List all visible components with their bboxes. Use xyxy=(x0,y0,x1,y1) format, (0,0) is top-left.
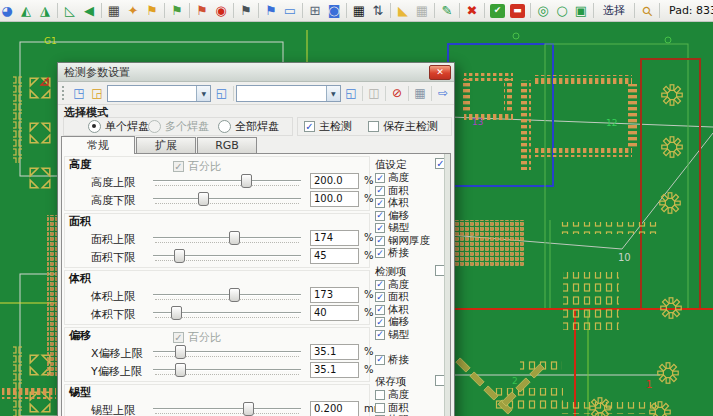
disable-icon[interactable]: ⊘ xyxy=(389,85,405,102)
chart-edit-icon[interactable]: ✎ xyxy=(438,2,456,20)
checkbox-钢网厚度[interactable]: ✓钢网厚度 xyxy=(375,235,446,248)
color-board-icon[interactable]: ▦ xyxy=(105,2,123,20)
pin-blue-icon[interactable]: ⚑ xyxy=(262,2,280,20)
radio-全部焊盘[interactable]: 全部焊盘 xyxy=(218,119,279,134)
region-select-icon[interactable]: ▭ xyxy=(281,2,299,20)
checkbox-高度[interactable]: ✓高度 xyxy=(375,279,446,292)
cone-tool-icon[interactable]: ◀ xyxy=(80,2,98,20)
checkbox[interactable]: ✓ xyxy=(375,223,385,233)
param-slider[interactable] xyxy=(153,400,301,416)
confirm-icon[interactable]: ✔ xyxy=(490,4,505,18)
checkbox[interactable]: ✓ xyxy=(375,292,385,302)
slider-thumb[interactable] xyxy=(174,249,185,263)
slider-thumb[interactable] xyxy=(241,174,252,188)
checkbox-桥接[interactable]: ✓桥接 xyxy=(375,354,446,367)
square-circle-icon[interactable]: ▣ xyxy=(572,2,590,20)
param-slider[interactable] xyxy=(153,247,301,265)
target-circle-icon[interactable]: ◎ xyxy=(534,2,552,20)
param-slider[interactable] xyxy=(153,343,301,361)
remove-icon[interactable]: ▬ xyxy=(510,4,525,18)
pin-green-icon[interactable]: ⚑ xyxy=(168,2,186,20)
circle-tool-icon[interactable]: ○ xyxy=(553,2,571,20)
param-slider[interactable] xyxy=(153,286,301,304)
rotate-view-icon[interactable]: ◕ xyxy=(0,2,16,20)
dialog-titlebar[interactable]: 检测参数设置 ✕ xyxy=(58,63,454,82)
checkbox-面积[interactable]: ✓面积 xyxy=(375,291,446,304)
grid-icon[interactable]: ▦ xyxy=(413,2,431,20)
pin-red-icon[interactable]: ⚑ xyxy=(193,2,211,20)
select-mode-label[interactable]: 选择 xyxy=(597,3,631,18)
flip-vertical-icon[interactable]: ◮ xyxy=(36,2,54,20)
checkbox[interactable]: ✓ xyxy=(375,236,385,246)
tile-view-icon[interactable]: ▦ xyxy=(350,2,368,20)
apply-right-icon[interactable]: ◱ xyxy=(343,85,359,102)
checkbox-面积[interactable]: ✓面积 xyxy=(375,185,446,198)
checkbox[interactable]: ✓ xyxy=(375,280,385,290)
value-input[interactable]: 100.0 xyxy=(310,191,359,207)
slider-thumb[interactable] xyxy=(175,363,186,377)
checkbox-体积[interactable]: ✓体积 xyxy=(375,197,446,210)
delete-icon[interactable]: ✖ xyxy=(463,2,481,20)
checkbox-面积[interactable]: 面积 xyxy=(375,402,446,415)
exit-icon[interactable]: ⇨ xyxy=(435,85,451,102)
checkbox[interactable] xyxy=(375,390,385,400)
tab-扩展[interactable]: 扩展 xyxy=(136,137,196,153)
checkbox-体积[interactable]: ✓体积 xyxy=(375,304,446,317)
checkbox[interactable]: ✓ xyxy=(375,198,385,208)
checkbox-保存主检测[interactable]: 保存主检测 xyxy=(368,119,438,134)
camera-icon[interactable]: ◙ xyxy=(325,2,343,20)
magnifier-icon[interactable]: ⚲ xyxy=(634,0,659,23)
checkbox[interactable]: ✓ xyxy=(375,173,385,183)
checkbox[interactable] xyxy=(368,121,379,132)
checkbox[interactable]: ✓ xyxy=(375,211,385,221)
param-slider[interactable] xyxy=(153,361,301,379)
checkbox[interactable]: ✓ xyxy=(375,305,385,315)
checkbox-桥接[interactable]: ✓桥接 xyxy=(375,247,446,260)
slider-thumb[interactable] xyxy=(198,192,209,206)
tab-常规[interactable]: 常规 xyxy=(61,136,135,154)
value-input[interactable]: 35.1 xyxy=(310,362,359,378)
chevron-down-icon[interactable]: ▼ xyxy=(326,86,340,101)
tab-RGB[interactable]: RGB xyxy=(197,137,257,153)
pin-yellow-icon[interactable]: ⚑ xyxy=(143,2,161,20)
checkbox-高度[interactable]: ✓高度 xyxy=(375,172,446,185)
checkbox-锡型[interactable]: ✓锡型 xyxy=(375,329,446,342)
angle-tool-icon[interactable]: ◺ xyxy=(61,2,79,20)
param-slider[interactable] xyxy=(153,229,301,247)
param-slider[interactable] xyxy=(153,190,301,208)
close-icon[interactable]: ✕ xyxy=(429,65,451,80)
checkbox[interactable]: ✓ xyxy=(375,330,385,340)
radio-button[interactable] xyxy=(218,120,231,133)
radio-button[interactable] xyxy=(88,120,101,133)
panel-scrollbar[interactable] xyxy=(444,154,450,416)
array-view-icon[interactable]: ⊞ xyxy=(306,2,324,20)
slider-thumb[interactable] xyxy=(171,306,182,320)
checkbox[interactable] xyxy=(375,403,385,413)
checkbox-锡型[interactable]: ✓锡型 xyxy=(375,222,446,235)
save-icon[interactable]: ▦ xyxy=(412,85,428,102)
checkbox-偏移[interactable]: ✓偏移 xyxy=(375,210,446,223)
checkbox-主检测[interactable]: ✓主检测 xyxy=(304,119,352,134)
apply-left-icon[interactable]: ◱ xyxy=(213,85,229,102)
location-pin-icon[interactable]: ◉ xyxy=(212,2,230,20)
slider-thumb[interactable] xyxy=(243,402,254,416)
pin-dark-icon[interactable]: ⚑ xyxy=(237,2,255,20)
param-slider[interactable] xyxy=(153,172,301,190)
radio-button[interactable] xyxy=(148,120,161,133)
value-input[interactable]: 174 xyxy=(310,230,359,246)
checkbox[interactable]: ✓ xyxy=(375,248,385,258)
param-slider[interactable] xyxy=(153,304,301,322)
checkbox-偏移[interactable]: ✓偏移 xyxy=(375,316,446,329)
checkbox[interactable]: ✓ xyxy=(375,355,385,365)
value-input[interactable]: 200.0 xyxy=(310,173,359,189)
checkbox[interactable]: ✓ xyxy=(375,317,385,327)
radio-多个焊盘[interactable]: 多个焊盘 xyxy=(148,119,209,134)
toolbar-grip[interactable] xyxy=(62,86,66,100)
slider-thumb[interactable] xyxy=(229,231,240,245)
file-import-icon[interactable]: ◳ xyxy=(71,85,87,102)
value-input[interactable]: 0.200 xyxy=(310,401,359,416)
tools-icon[interactable]: ✦ xyxy=(124,2,142,20)
compare-icon[interactable]: ◫ xyxy=(366,85,382,102)
checkbox[interactable]: ✓ xyxy=(375,186,385,196)
chevron-down-icon[interactable]: ▼ xyxy=(196,86,210,101)
